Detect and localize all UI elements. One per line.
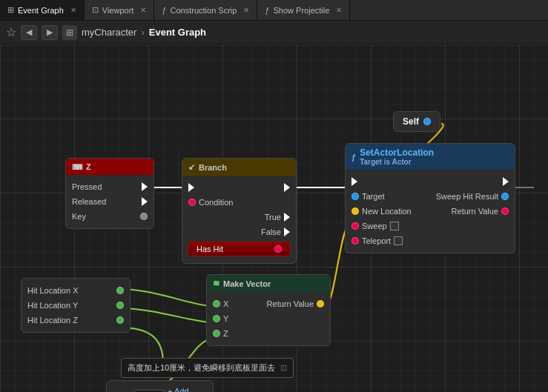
graph-canvas[interactable]: Self ⌨ Z Pressed Released Key ↙ B <box>0 44 548 392</box>
set-location-label: New Location <box>362 207 412 216</box>
forward-icon: ▶ <box>47 27 53 37</box>
tab-label-projectile: Show Projectile <box>274 6 330 15</box>
make-return-label: Return Value <box>267 299 314 308</box>
z-key-header: ⌨ Z <box>66 159 153 175</box>
make-z-row: Z <box>207 326 330 341</box>
tab-viewport[interactable]: ⊡ Viewport ✕ <box>85 0 155 20</box>
set-teleport-row: Teleport <box>346 233 515 248</box>
branch-exec-in <box>188 183 194 192</box>
hit-location-node[interactable]: Hit Location X Hit Location Y Hit Locati… <box>21 278 131 333</box>
set-teleport-checkbox[interactable] <box>394 236 403 245</box>
hit-loc-x-row: Hit Location X <box>22 283 130 298</box>
make-y-pin <box>213 315 220 322</box>
self-pin <box>423 118 431 125</box>
back-icon: ◀ <box>26 27 32 37</box>
branch-title: Branch <box>199 163 227 172</box>
branch-false-row: False <box>182 225 296 239</box>
bookmark-button[interactable]: ☆ <box>6 25 16 39</box>
add-node[interactable]: + Add pin <box>106 380 214 392</box>
set-location-pin <box>351 207 359 215</box>
tab-icon-viewport: ⊡ <box>92 5 99 15</box>
make-x-label: X <box>223 299 228 308</box>
branch-true-label: True <box>265 213 281 222</box>
set-actor-icon: ƒ <box>351 153 356 162</box>
branch-condition-label: Condition <box>199 198 233 207</box>
set-actor-body: Target Sweep Hit Result New Location Ret… <box>346 170 515 253</box>
make-x-row: X Return Value <box>207 296 330 311</box>
set-actor-location-node[interactable]: ƒ SetActorLocation Target is Actor Targe… <box>345 143 515 253</box>
set-actor-title: SetActorLocation <box>360 147 434 158</box>
add-row: + Add pin <box>107 385 213 392</box>
z-key-pin <box>140 213 148 220</box>
breadcrumb-parent[interactable]: myCharacter <box>82 27 136 38</box>
branch-node[interactable]: ↙ Branch Condition True False <box>182 158 297 264</box>
make-vector-node[interactable]: ≋ Make Vector X Return Value Y <box>206 274 331 346</box>
hit-loc-x-pin <box>116 287 124 294</box>
hit-loc-y-label: Hit Location Y <box>27 301 78 310</box>
tab-icon-event-graph: ⊞ <box>7 5 14 15</box>
breadcrumb-separator: › <box>141 27 144 38</box>
set-actor-subtitle: Target is Actor <box>360 158 434 166</box>
z-key-node[interactable]: ⌨ Z Pressed Released Key <box>65 158 154 229</box>
make-x-pin <box>213 300 220 308</box>
tooltip-text: 高度加上10厘米，避免瞬移到底板里面去 <box>128 363 275 372</box>
set-exec-row <box>346 174 515 189</box>
make-vector-title: Make Vector <box>223 279 271 288</box>
hit-loc-x-label: Hit Location X <box>27 286 78 295</box>
set-sweephit-label: Sweep Hit Result <box>436 192 498 201</box>
set-actor-header: ƒ SetActorLocation Target is Actor <box>346 144 515 170</box>
set-exec-in <box>351 177 357 186</box>
set-exec-out <box>503 177 509 186</box>
branch-false-label: False <box>261 227 281 236</box>
branch-header: ↙ Branch <box>182 159 296 176</box>
branch-condition-row: Condition <box>182 195 296 210</box>
add-pin-label[interactable]: + Add pin <box>168 387 197 392</box>
z-pressed-row: Pressed <box>66 179 153 194</box>
has-hit-pin <box>274 245 282 253</box>
set-sweep-pin <box>351 222 359 230</box>
tab-label-construction: Construction Scrip <box>171 6 237 15</box>
tab-construction-script[interactable]: ƒ Construction Scrip ✕ <box>154 0 257 20</box>
back-button[interactable]: ◀ <box>21 25 37 40</box>
make-return-pin <box>317 300 324 308</box>
hit-loc-z-pin <box>116 316 124 324</box>
branch-true-pin <box>284 213 290 222</box>
tab-show-projectile[interactable]: ƒ Show Projectile ✕ <box>257 0 350 20</box>
tab-close-viewport[interactable]: ✕ <box>140 6 146 14</box>
tab-label-event-graph: Event Graph <box>18 6 64 15</box>
z-key-label: Key <box>72 212 86 221</box>
tab-label-viewport: Viewport <box>102 6 134 15</box>
hit-loc-z-row: Hit Location Z <box>22 313 130 328</box>
set-sweep-checkbox[interactable] <box>390 222 399 230</box>
tooltip-resize[interactable]: ⊡ <box>280 363 287 372</box>
z-pressed-pin <box>142 182 148 191</box>
make-y-row: Y <box>207 311 330 326</box>
hit-loc-z-label: Hit Location Z <box>27 316 78 325</box>
tooltip-box: 高度加上10厘米，避免瞬移到底板里面去 ⊡ <box>121 358 294 378</box>
breadcrumb-icon: ⊞ <box>62 25 77 40</box>
breadcrumb-bar: ☆ ◀ ▶ ⊞ myCharacter › Event Graph <box>0 21 548 44</box>
z-pressed-label: Pressed <box>72 182 102 191</box>
set-return-pin <box>501 207 509 215</box>
tab-icon-construction: ƒ <box>162 6 166 15</box>
self-label: Self <box>403 116 419 127</box>
has-hit-label: Has Hit <box>197 245 223 253</box>
set-return-label: Return Value <box>452 207 498 216</box>
tab-close-event-graph[interactable]: ✕ <box>70 6 76 14</box>
has-hit-button[interactable]: Has Hit <box>188 242 290 256</box>
tab-close-construction[interactable]: ✕ <box>243 6 249 14</box>
hit-loc-y-row: Hit Location Y <box>22 298 130 313</box>
make-y-label: Y <box>223 314 228 323</box>
set-sweep-row: Sweep <box>346 219 515 233</box>
branch-true-row: True <box>182 210 296 225</box>
forward-button[interactable]: ▶ <box>42 25 58 40</box>
z-key-title: Z <box>86 162 91 171</box>
set-teleport-label: Teleport <box>362 236 391 245</box>
make-vector-body: X Return Value Y Z <box>207 292 330 345</box>
make-vector-header: ≋ Make Vector <box>207 275 330 292</box>
branch-false-pin <box>284 227 290 236</box>
tab-event-graph[interactable]: ⊞ Event Graph ✕ <box>0 0 85 20</box>
z-released-row: Released <box>66 194 153 209</box>
tab-close-projectile[interactable]: ✕ <box>336 6 342 14</box>
z-key-icon: ⌨ <box>72 163 82 171</box>
